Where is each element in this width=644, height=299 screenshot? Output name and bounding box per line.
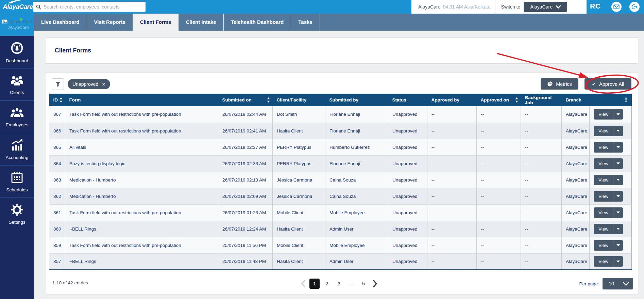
sidebar-item-clients[interactable]: Clients (0, 68, 34, 100)
cell-approved-by: -- (427, 204, 477, 221)
view-split-button[interactable]: View (594, 191, 623, 202)
view-split-button[interactable]: View (594, 158, 623, 169)
pagination-page-3[interactable]: 3 (334, 279, 344, 289)
sidebar-item-dashboard[interactable]: Dashboard (0, 36, 34, 68)
view-dropdown-caret[interactable] (613, 240, 623, 251)
alayacare-logo[interactable]: AlayaCare (3, 1, 33, 13)
cell-id: 859 (49, 237, 65, 253)
per-page-dropdown[interactable]: 10 (603, 278, 633, 289)
cell-actions: View (590, 155, 632, 172)
cell-client: PERRY Platypus (273, 139, 325, 155)
chip-close-icon[interactable]: ✕ (102, 82, 105, 87)
table-row: 857~BELL Rings25/07/2019 11:48 PMHasita … (49, 253, 632, 270)
cell-actions: View (590, 139, 632, 155)
tab-telehealth-dashboard[interactable]: Telehealth Dashboard (224, 14, 291, 31)
view-dropdown-caret[interactable] (613, 207, 623, 218)
sort-icon[interactable] (515, 97, 518, 103)
view-split-button[interactable]: View (594, 224, 623, 234)
column-header-approved-on[interactable]: Approved on (477, 94, 521, 106)
sort-icon[interactable] (60, 97, 63, 103)
caret-down-icon (616, 113, 620, 115)
filter-chip-unapproved[interactable]: Unapproved ✕ (68, 79, 110, 89)
cell-form: Medication - Humberto (65, 172, 218, 188)
sidebar-item-settings[interactable]: Settings (0, 198, 34, 230)
user-initials[interactable]: RC (590, 2, 600, 10)
cell-submitted-on: 26/07/2019 12:24 AM (218, 221, 273, 237)
view-dropdown-caret[interactable] (613, 109, 623, 120)
search-input[interactable] (44, 4, 143, 10)
sidebar-item-accounting[interactable]: Accounting (0, 133, 34, 165)
cell-status: Unapproved (388, 221, 427, 237)
view-dropdown-caret[interactable] (613, 126, 623, 136)
view-split-button[interactable]: View (594, 256, 623, 267)
pagination-ellipsis: … (346, 279, 356, 289)
view-dropdown-caret[interactable] (613, 175, 623, 185)
tenant-switch-dropdown[interactable]: AlayaCare (524, 2, 567, 12)
view-button[interactable]: View (594, 207, 613, 218)
view-dropdown-caret[interactable] (613, 224, 623, 234)
view-button[interactable]: View (594, 240, 613, 251)
envelope-icon (613, 4, 620, 9)
view-split-button[interactable]: View (594, 175, 623, 185)
view-button[interactable]: View (594, 175, 613, 185)
table-row: 861Task Form field with out restrictions… (49, 204, 632, 221)
view-button[interactable]: View (594, 256, 613, 267)
table-row: 864Suzy is testing display logic26/07/20… (49, 155, 632, 172)
cell-approved-by: -- (427, 106, 477, 123)
view-split-button[interactable]: View (594, 207, 623, 218)
cell-background-job: -- (521, 204, 562, 221)
column-header-submitted-on[interactable]: Submitted on (218, 94, 273, 106)
view-split-button[interactable]: View (594, 109, 623, 120)
view-split-button[interactable]: View (594, 142, 623, 153)
pagination-page-2[interactable]: 2 (322, 279, 332, 289)
pagination-page-5[interactable]: 5 (358, 279, 369, 289)
tab-live-dashboard[interactable]: Live Dashboard (34, 14, 87, 31)
approve-all-button[interactable]: ✔ Approve All (584, 78, 631, 90)
cell-background-job: -- (521, 221, 562, 237)
cell-approved-on: -- (477, 253, 521, 270)
cell-form: Task Form field with out restrictions wi… (65, 237, 218, 253)
view-button[interactable]: View (594, 109, 613, 120)
sort-icon[interactable] (267, 97, 270, 103)
sidebar-item-employees[interactable]: Employees (0, 100, 34, 133)
tab-visit-reports[interactable]: Visit Reports (87, 14, 133, 31)
cell-submitted-on: 26/07/2019 02:09 AM (218, 188, 273, 204)
cell-submitted-by: Caina Souza (325, 188, 388, 204)
view-split-button[interactable]: View (594, 126, 623, 136)
view-button[interactable]: View (594, 142, 613, 153)
column-menu-icon[interactable]: ⋮ (594, 96, 629, 104)
pagination-next[interactable] (371, 279, 379, 289)
caret-down-icon (616, 261, 620, 263)
tab-client-forms[interactable]: Client Forms (133, 14, 179, 31)
pagination-page-1[interactable]: 1 (309, 279, 320, 289)
column-header-id[interactable]: ID (49, 94, 65, 106)
view-button[interactable]: View (594, 224, 613, 234)
tab-tasks[interactable]: Tasks (291, 14, 320, 31)
column-header-actions: ⋮ (590, 94, 632, 106)
view-split-button[interactable]: View (594, 240, 623, 251)
view-button[interactable]: View (594, 158, 613, 169)
cell-status: Unapproved (388, 123, 427, 139)
metrics-button[interactable]: Metrics (541, 78, 578, 90)
filter-button[interactable] (52, 78, 64, 90)
logout-button[interactable] (629, 2, 640, 12)
employees-icon (10, 106, 24, 121)
pagination-prev[interactable] (299, 279, 307, 289)
cell-actions: View (590, 172, 632, 188)
caret-down-icon (616, 195, 620, 197)
view-dropdown-caret[interactable] (613, 256, 623, 267)
cell-actions: View (590, 204, 632, 221)
tab-client-intake[interactable]: Client Intake (179, 14, 223, 31)
sidebar-item-schedules[interactable]: Schedules (0, 165, 34, 198)
sidebar-user-area[interactable]: Admin User AlayaCare (0, 14, 34, 36)
view-button[interactable]: View (594, 126, 613, 136)
cell-submitted-by: Admin User (325, 221, 388, 237)
view-dropdown-caret[interactable] (613, 158, 623, 169)
messages-button[interactable] (611, 2, 622, 12)
cell-branch: AlayaCare (562, 172, 590, 188)
cell-status: Unapproved (388, 188, 427, 204)
table-toolbar: Unapproved ✕ Metrics ✔ Approve All (52, 78, 634, 90)
view-dropdown-caret[interactable] (613, 191, 623, 202)
view-dropdown-caret[interactable] (613, 142, 623, 153)
view-button[interactable]: View (594, 191, 613, 202)
